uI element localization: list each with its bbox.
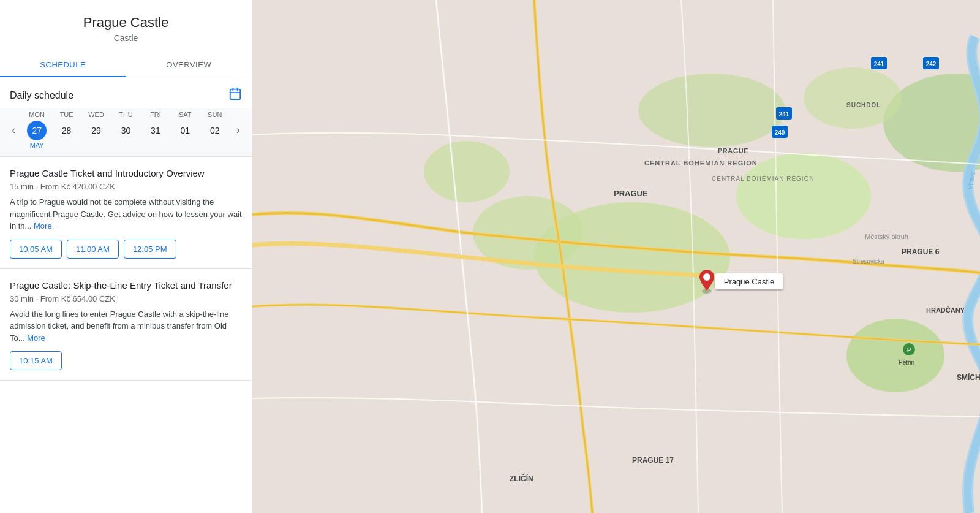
svg-text:PRAGUE: PRAGUE — [718, 147, 748, 154]
tour-item-1: Prague Castle: Skip-the-Line Entry Ticke… — [0, 269, 252, 381]
svg-text:ZLIČÍN: ZLIČÍN — [510, 474, 533, 483]
place-title: Prague Castle — [10, 15, 242, 31]
day-label: THU — [119, 111, 133, 118]
svg-point-10 — [638, 74, 785, 147]
day-num: 02 — [205, 121, 225, 140]
tour-item-0: Prague Castle Ticket and Introductory Ov… — [0, 157, 252, 269]
date-day-28[interactable]: TUE 28 — [53, 111, 80, 149]
time-button[interactable]: 11:00 AM — [67, 240, 119, 259]
date-day-01[interactable]: SAT 01 — [172, 111, 198, 149]
svg-text:Městský okruh: Městský okruh — [865, 233, 908, 240]
date-day-29[interactable]: WED 29 — [83, 111, 110, 149]
day-num: 01 — [175, 121, 195, 140]
tour-meta: 30 min · From Kč 654.00 CZK — [10, 294, 242, 303]
place-subtitle: Castle — [10, 33, 242, 43]
svg-text:SMÍCHOV: SMÍCHOV — [957, 373, 980, 382]
day-label: MON — [29, 111, 45, 118]
tours-container: Prague Castle Ticket and Introductory Ov… — [0, 157, 252, 381]
schedule-header: Daily schedule — [0, 77, 252, 108]
tab-overview[interactable]: OVERVIEW — [126, 53, 252, 77]
more-link[interactable]: More — [34, 221, 52, 230]
day-label: WED — [88, 111, 104, 118]
svg-point-9 — [846, 319, 944, 392]
tour-meta: 15 min · From Kč 420.00 CZK — [10, 182, 242, 191]
tour-name: Prague Castle Ticket and Introductory Ov… — [10, 167, 242, 180]
tabs-container: SCHEDULE OVERVIEW — [0, 53, 252, 77]
svg-text:241: 241 — [779, 111, 790, 118]
time-button[interactable]: 10:05 AM — [10, 240, 62, 259]
date-day-31[interactable]: FRI 31 — [142, 111, 169, 149]
svg-text:241: 241 — [874, 61, 884, 67]
time-button[interactable]: 12:05 PM — [124, 240, 176, 259]
day-num: 30 — [116, 121, 135, 140]
svg-text:Petřin: Petřin — [899, 359, 914, 366]
date-picker: ‹ MON 27 MAY TUE 28 WED 29 THU 30 FRI 31… — [0, 108, 252, 157]
map-container[interactable]: CENTRAL BOHEMIAN REGION CENTRAL BOHEMIAN… — [252, 0, 980, 513]
svg-point-45 — [703, 273, 710, 281]
tour-desc: A trip to Prague would not be complete w… — [10, 196, 242, 232]
date-day-30[interactable]: THU 30 — [112, 111, 139, 149]
more-link[interactable]: More — [27, 333, 45, 343]
svg-text:HRADČANY: HRADČANY — [926, 306, 965, 314]
tour-name: Prague Castle: Skip-the-Line Entry Ticke… — [10, 279, 242, 292]
svg-text:CENTRAL BOHEMIAN REGION: CENTRAL BOHEMIAN REGION — [712, 175, 815, 182]
svg-text:PRAGUE 17: PRAGUE 17 — [632, 456, 674, 465]
day-num: 31 — [146, 121, 165, 140]
svg-rect-0 — [230, 89, 241, 100]
date-prev-button[interactable]: ‹ — [5, 121, 22, 139]
svg-text:SUCHDOL: SUCHDOL — [846, 102, 881, 108]
svg-text:CENTRAL BOHEMIAN REGION: CENTRAL BOHEMIAN REGION — [644, 159, 758, 167]
tour-desc: Avoid the long lines to enter Prague Cas… — [10, 308, 242, 344]
svg-text:242: 242 — [926, 61, 937, 67]
day-label: SAT — [179, 111, 192, 118]
time-buttons: 10:05 AM11:00 AM12:05 PM — [10, 240, 242, 259]
left-panel: Prague Castle Castle SCHEDULE OVERVIEW D… — [0, 0, 252, 513]
date-next-button[interactable]: › — [230, 121, 247, 139]
map-svg: CENTRAL BOHEMIAN REGION CENTRAL BOHEMIAN… — [252, 0, 980, 513]
day-label: SUN — [208, 111, 222, 118]
svg-text:240: 240 — [775, 129, 785, 136]
date-day-27[interactable]: MON 27 MAY — [23, 111, 50, 149]
svg-text:PRAGUE: PRAGUE — [614, 189, 648, 198]
time-buttons: 10:15 AM — [10, 351, 242, 370]
svg-point-12 — [804, 67, 902, 129]
tab-schedule[interactable]: SCHEDULE — [0, 53, 126, 77]
svg-text:Prague Castle: Prague Castle — [724, 277, 774, 286]
date-days: MON 27 MAY TUE 28 WED 29 THU 30 FRI 31 S… — [22, 111, 230, 149]
time-button[interactable]: 10:15 AM — [10, 351, 62, 370]
svg-text:P: P — [907, 347, 911, 354]
day-num: 28 — [57, 121, 77, 140]
day-label: FRI — [150, 111, 161, 118]
place-header: Prague Castle Castle — [0, 0, 252, 43]
svg-text:Stresovicka: Stresovicka — [853, 258, 884, 265]
day-label: TUE — [60, 111, 74, 118]
day-num: 29 — [86, 121, 106, 140]
calendar-icon[interactable] — [228, 87, 242, 104]
day-month: MAY — [30, 142, 44, 149]
schedule-title: Daily schedule — [10, 90, 74, 101]
day-num: 27 — [27, 121, 47, 140]
svg-text:PRAGUE 6: PRAGUE 6 — [902, 248, 940, 256]
date-day-02[interactable]: SUN 02 — [202, 111, 228, 149]
svg-point-7 — [424, 141, 510, 202]
